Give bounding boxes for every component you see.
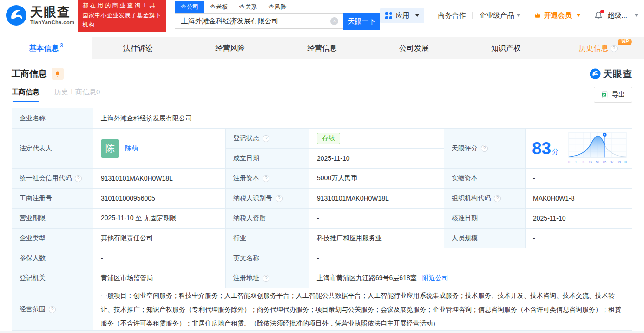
- search-tab-boss[interactable]: 查老板: [204, 1, 233, 13]
- score-value[interactable]: 83: [532, 140, 551, 157]
- legal-rep-avatar[interactable]: 陈: [101, 139, 119, 158]
- field-label-english-name: 英文名称: [226, 248, 309, 268]
- score-unit: 分: [552, 148, 559, 156]
- svg-text:50: 50: [596, 160, 599, 163]
- nav-super-vip[interactable]: 超级...: [607, 11, 638, 20]
- subscribe-bell-badge[interactable]: [52, 68, 64, 80]
- main-content: 工商信息 天眼查 工商信息 历史工商信息0: [0, 59, 644, 331]
- score-distribution-chart[interactable]: 0 1 3 15 50 85 97 99 100: [568, 131, 627, 166]
- tab-history-info[interactable]: VIP 历史信息 ?: [552, 37, 644, 59]
- field-value-business-term: 2025-11-10 至 无固定期限: [93, 209, 226, 229]
- divider: [587, 12, 587, 19]
- tianyancha-logo[interactable]: 天眼查 TianYanCha.com: [6, 5, 74, 26]
- search-row: × 天眼一下: [175, 13, 380, 30]
- search-input[interactable]: [175, 13, 343, 29]
- apps-menu[interactable]: 应用: [380, 8, 424, 23]
- field-label-establish-date: 成立日期: [226, 149, 309, 169]
- status-badge: 存续: [317, 133, 340, 144]
- field-value-staff-size: -: [526, 229, 632, 248]
- field-label-industry: 行业: [226, 229, 309, 248]
- field-label-registration-authority: 登记机关: [12, 268, 93, 288]
- watermark-text: 天眼查: [603, 68, 632, 80]
- help-icon[interactable]: ?: [276, 195, 283, 202]
- field-value-taxpayer-id: 91310101MAK0H0W18L: [309, 189, 444, 209]
- search-tab-company[interactable]: 查公司: [175, 1, 204, 13]
- tab-label: 经营信息: [307, 44, 337, 53]
- nav-business-cooperation[interactable]: 商务合作: [438, 11, 466, 20]
- company-tabbar: 基本信息 3 法律诉讼 经营风险 经营信息 公司发展 知识产权 VIP 历史信息…: [0, 37, 644, 59]
- tab-operation-risk[interactable]: 经营风险: [184, 37, 276, 59]
- field-label-uscc: 统一社会信用代码 ?: [12, 169, 93, 189]
- field-value-registration-authority: 黄浦区市场监管局: [93, 268, 226, 288]
- subtab-history-business-info[interactable]: 历史工商信息0: [54, 88, 100, 102]
- help-icon[interactable]: ?: [494, 195, 501, 202]
- help-icon[interactable]: ?: [611, 45, 618, 52]
- field-label-insured-count: 参保人数: [12, 248, 93, 268]
- svg-text:100: 100: [624, 160, 627, 163]
- svg-text:85: 85: [603, 160, 607, 163]
- tab-legal-litigation[interactable]: 法律诉讼: [92, 37, 184, 59]
- field-value-taxpayer-qualification: -: [309, 209, 444, 229]
- logo-domain: TianYanCha.com: [30, 20, 74, 25]
- field-value-tianyan-score: 83 分: [526, 129, 632, 169]
- search-tab-relation[interactable]: 查关系: [233, 1, 263, 13]
- excel-icon: [601, 91, 609, 98]
- logo-swirl-icon: [6, 5, 27, 26]
- tab-label: 历史信息: [579, 44, 609, 53]
- field-value-insured-count: -: [93, 248, 226, 268]
- search-tab-risk[interactable]: 查风险: [263, 1, 292, 13]
- caret-down-icon: [577, 14, 580, 17]
- field-value-paid-capital: -: [526, 169, 632, 189]
- notifications-bell[interactable]: [594, 11, 603, 20]
- help-icon[interactable]: ?: [481, 145, 488, 152]
- field-value-registration-status: 存续: [309, 129, 444, 149]
- tab-company-development[interactable]: 公司发展: [368, 37, 460, 59]
- help-icon[interactable]: ?: [263, 175, 269, 182]
- vip-badge: VIP: [618, 39, 632, 45]
- help-icon[interactable]: ?: [75, 175, 82, 182]
- nearby-companies-link[interactable]: 附近公司: [422, 274, 448, 282]
- divider: [431, 12, 431, 19]
- field-value-uscc: 91310101MAK0H0W18L: [93, 169, 226, 189]
- field-value-english-name: -: [309, 248, 632, 268]
- logo-name: 天眼查: [30, 6, 74, 19]
- nav-enterprise-products[interactable]: 企业级产品: [479, 11, 520, 20]
- field-label-staff-size: 人员规模: [444, 229, 526, 248]
- svg-text:3: 3: [582, 160, 584, 163]
- tab-basic-info[interactable]: 基本信息 3: [0, 37, 92, 59]
- divider: [472, 12, 473, 19]
- super-vip-label: 超级...: [607, 11, 627, 20]
- logo-swirl-icon: [590, 68, 601, 79]
- field-value-business-scope: 一般项目：创业空间服务；科技中介服务；人工智能双创服务平台；人工智能公共数据平台…: [93, 288, 632, 330]
- svg-text:15: 15: [589, 160, 592, 163]
- subtab-row: 工商信息 历史工商信息0 导出: [12, 85, 632, 104]
- svg-text:99: 99: [618, 160, 621, 163]
- field-value-approval-date: 2025-11-10: [526, 209, 632, 229]
- page: 天眼查 TianYanCha.com 都在用的商业查询工具 国家中小企业发展子基…: [0, 0, 644, 333]
- help-icon[interactable]: ?: [263, 135, 269, 142]
- help-icon[interactable]: ?: [263, 275, 269, 282]
- notification-dot: [600, 10, 604, 13]
- field-label-taxpayer-id: 纳税人识别号 ?: [226, 189, 309, 209]
- tab-operation-info[interactable]: 经营信息: [276, 37, 368, 59]
- tab-label: 基本信息: [29, 44, 59, 53]
- nav-open-vip[interactable]: 开通会员: [534, 11, 580, 20]
- field-label-registered-capital: 注册资本 ?: [226, 169, 309, 189]
- svg-text:97: 97: [611, 160, 614, 163]
- search-button[interactable]: 天眼一下: [343, 13, 380, 30]
- export-button[interactable]: 导出: [594, 87, 632, 103]
- field-label-business-term: 营业期限: [12, 209, 93, 229]
- tab-label: 经营风险: [215, 44, 245, 53]
- banner-line1: 都在用的商业查询工具: [82, 1, 162, 11]
- field-label-legal-representative: 法定代表人: [12, 129, 93, 169]
- tab-intellectual-property[interactable]: 知识产权: [460, 37, 552, 59]
- enterprise-label: 企业级产品: [479, 11, 514, 20]
- section-header: 工商信息 天眼查: [12, 66, 632, 82]
- chart-x-axis: 0 1 3 15 50 85 97 99 100: [568, 160, 627, 163]
- svg-text:1: 1: [575, 160, 577, 163]
- business-info-table: 企业名称 上海外滩金科经济发展有限公司 法定代表人 陈 陈萌 登记状态 ? 存续…: [12, 108, 632, 331]
- subtab-business-info[interactable]: 工商信息: [12, 88, 39, 102]
- field-value-org-code: MAK0H0W1-8: [526, 189, 632, 209]
- legal-rep-link[interactable]: 陈萌: [125, 144, 138, 153]
- help-icon[interactable]: ?: [49, 306, 56, 313]
